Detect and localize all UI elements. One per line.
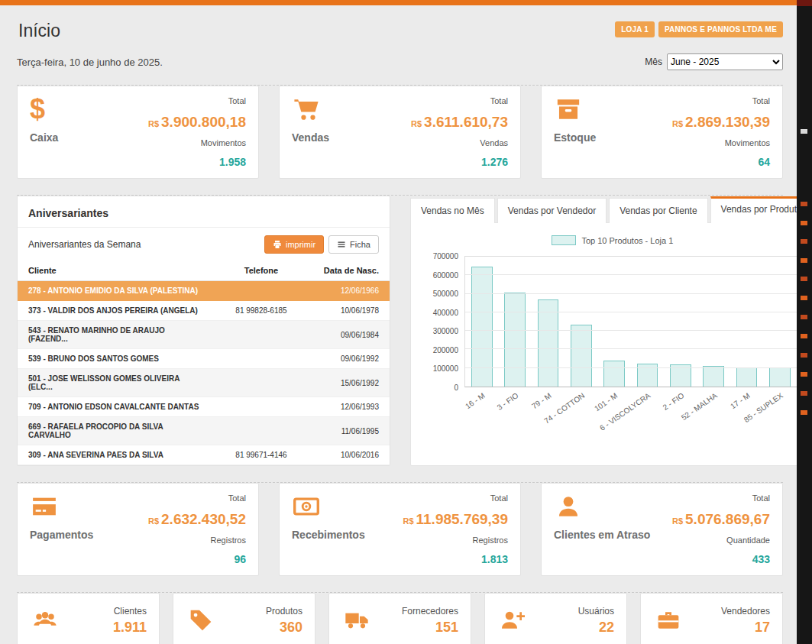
mini-value: 151 [402, 620, 458, 636]
table-row[interactable]: 501 - JOSE WELISSON GOMES OLIVEIRA (ELC.… [18, 369, 390, 397]
gridline [465, 348, 797, 349]
total-value: R$3.900.800,18 [148, 114, 246, 131]
cell-telefone [215, 397, 308, 417]
print-button[interactable]: imprimir [264, 235, 324, 254]
table-row[interactable]: 539 - BRUNO DOS SANTOS GOMES 09/06/1992 [18, 349, 390, 369]
count-label: Vendas [480, 138, 508, 147]
gridline [465, 367, 797, 368]
count-label: Registros [473, 536, 508, 545]
x-tick-label: 16 - M [464, 391, 487, 410]
pagamentos-card[interactable]: Pagamentos Total R$2.632.430,52 Registro… [17, 483, 259, 576]
header: Início LOJA 1 PANNOS E PANNOS LTDA ME [17, 18, 783, 41]
produtos-card[interactable]: Produtos 360 [173, 593, 315, 644]
cell-cliente: 539 - BRUNO DOS SANTOS GOMES [18, 349, 215, 369]
y-tick-label: 100000 [433, 364, 458, 373]
table-row[interactable]: 278 - ANTONIO EMIDIO DA SILVA (PALESTINA… [18, 281, 390, 301]
chart-legend: Top 10 Produtos - Loja 1 [420, 235, 797, 245]
cell-data: 12/06/1993 [308, 397, 390, 417]
usuarios-card[interactable]: Usuários 22 [484, 593, 627, 644]
briefcase-icon [653, 608, 684, 633]
mini-label: Produtos [266, 606, 302, 616]
chart-plot-area: 16 - M3 - FIO79 - M74 - COTTON101 - M6 -… [464, 256, 797, 387]
store-badges: LOJA 1 PANNOS E PANNOS LTDA ME [615, 21, 783, 37]
birthdays-table: Cliente Telefone Data de Nasc. 278 - ANT… [18, 260, 390, 465]
x-tick-label: 79 - M [530, 391, 553, 410]
tab-vendas-no-mes[interactable]: Vendas no Mês [410, 198, 495, 223]
table-row[interactable]: 373 - VALDIR DOS ANJOS PEREIRA (ANGELA) … [18, 301, 390, 321]
store-badge[interactable]: LOJA 1 [615, 21, 655, 37]
cell-data: 12/06/1966 [308, 281, 390, 301]
card-title: Caixa [30, 131, 58, 144]
col-telefone: Telefone [215, 260, 308, 281]
stats-row-1: $ Caixa Total R$3.900.800,18 Movimentos … [17, 86, 783, 179]
printer-icon [273, 240, 282, 249]
recebimentos-card[interactable]: Recebimentos Total R$11.985.769,39 Regis… [279, 483, 521, 576]
bar [603, 361, 625, 387]
dollar-icon: $ [30, 96, 58, 122]
count-value: 64 [758, 156, 770, 168]
money-bill-icon [292, 494, 321, 519]
mini-value: 22 [578, 620, 614, 636]
count-label: Movimentos [201, 138, 246, 147]
list-icon [337, 240, 346, 249]
month-select[interactable]: June - 2025 [667, 53, 783, 70]
count-label: Registros [211, 536, 246, 545]
count-label: Movimentos [725, 138, 770, 147]
top-accent-bar [0, 0, 797, 5]
cell-telefone [215, 321, 308, 349]
bar-chart: 16 - M3 - FIO79 - M74 - COTTON101 - M6 -… [464, 256, 797, 387]
tab-vendas-por-vendedor[interactable]: Vendas por Vendedor [497, 198, 607, 223]
cell-data: 10/06/1978 [308, 301, 390, 321]
cell-telefone [215, 369, 308, 397]
bar [769, 367, 791, 387]
gridline [465, 293, 797, 294]
bar [571, 325, 592, 387]
total-value: R$2.632.430,52 [148, 511, 246, 528]
count-value: 96 [234, 553, 246, 565]
date-row: Terça-feira, 10 de junho de 2025. Mês Ju… [17, 53, 783, 70]
cell-data: 11/06/1995 [308, 417, 390, 445]
clientes-em-atraso-card[interactable]: Clientes em Atraso Total R$5.076.869,67 … [541, 483, 783, 576]
tab-vendas-por-cliente[interactable]: Vendas por Cliente [609, 198, 707, 223]
cell-telefone [215, 417, 308, 445]
table-row[interactable]: 669 - RAFAELA PROCOPIO DA SILVA CARVALHO… [18, 417, 390, 445]
y-tick-label: 400000 [433, 309, 458, 317]
users-icon [30, 608, 60, 633]
tab-vendas-por-produto[interactable]: Vendas por Produto [710, 196, 797, 223]
legend-label: Top 10 Produtos - Loja 1 [581, 236, 673, 245]
edge-top-artifact [797, 0, 812, 6]
cell-data: 09/06/1992 [308, 349, 390, 369]
ficha-button[interactable]: Ficha [328, 235, 379, 254]
caixa-card[interactable]: $ Caixa Total R$3.900.800,18 Movimentos … [17, 86, 259, 179]
table-row[interactable]: 309 - ANA SEVERINA PAES DA SILVA 81 9967… [18, 445, 390, 465]
cell-cliente: 543 - RENATO MARINHO DE ARAUJO (FAZEND..… [18, 321, 215, 349]
vendas-card[interactable]: Vendas Total R$3.611.610,73 Vendas 1.276 [279, 86, 521, 179]
birthdays-subtitle: Aniversariantes da Semana [28, 239, 141, 250]
tag-icon [186, 608, 216, 633]
card-title: Recebimentos [292, 529, 365, 541]
y-tick-label: 300000 [433, 327, 458, 335]
estoque-card[interactable]: Estoque Total R$2.869.130,39 Movimentos … [541, 86, 783, 179]
vendedores-card[interactable]: Vendedores 17 [640, 593, 783, 644]
fornecedores-card[interactable]: Fornecedores 151 [328, 593, 471, 644]
bar [736, 367, 758, 387]
credit-card-icon [30, 494, 59, 519]
clientes-card[interactable]: Clientes 1.911 [17, 593, 160, 644]
user-icon [554, 494, 583, 519]
dashboard-page: Início LOJA 1 PANNOS E PANNOS LTDA ME Te… [0, 5, 797, 644]
company-badge[interactable]: PANNOS E PANNOS LTDA ME [658, 21, 783, 37]
mini-label: Clientes [113, 606, 147, 616]
date-text: Terça-feira, 10 de junho de 2025. [17, 57, 163, 68]
cell-data: 15/06/1992 [308, 369, 390, 397]
col-cliente: Cliente [18, 260, 215, 281]
table-row[interactable]: 543 - RENATO MARINHO DE ARAUJO (FAZEND..… [18, 321, 390, 349]
y-tick-label: 500000 [433, 290, 458, 298]
y-tick-label: 200000 [433, 346, 458, 354]
user-plus-icon [497, 608, 528, 633]
count-value: 1.276 [481, 156, 508, 168]
ficha-button-label: Ficha [350, 240, 370, 249]
bar [471, 267, 493, 387]
total-label: Total [490, 494, 508, 503]
mini-value: 1.911 [113, 620, 147, 636]
table-row[interactable]: 709 - ANTONIO EDSON CAVALCANTE DANTAS 12… [18, 397, 390, 417]
